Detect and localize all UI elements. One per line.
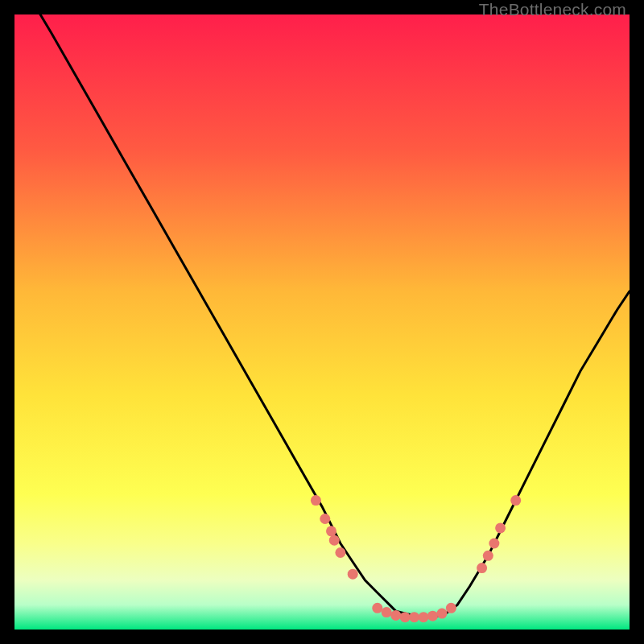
data-point — [495, 522, 506, 533]
data-point — [329, 535, 340, 546]
data-point — [427, 611, 438, 621]
data-point — [311, 495, 321, 506]
attribution-text: TheBottleneck.com — [479, 0, 626, 19]
data-point — [326, 526, 336, 536]
data-point — [419, 612, 429, 622]
data-point — [348, 569, 358, 580]
data-point — [446, 603, 456, 613]
data-point — [320, 514, 330, 524]
data-point — [477, 563, 487, 573]
chart-frame — [14, 14, 630, 630]
data-point — [510, 495, 521, 506]
data-point — [437, 609, 448, 619]
data-point — [372, 603, 382, 613]
data-point — [400, 612, 411, 622]
data-point — [483, 551, 493, 561]
bottleneck-chart — [14, 14, 630, 630]
data-point — [409, 612, 419, 622]
data-point — [335, 547, 345, 558]
data-point — [382, 607, 392, 617]
data-point — [390, 610, 401, 621]
data-point — [489, 539, 499, 549]
gradient-background — [14, 14, 630, 630]
